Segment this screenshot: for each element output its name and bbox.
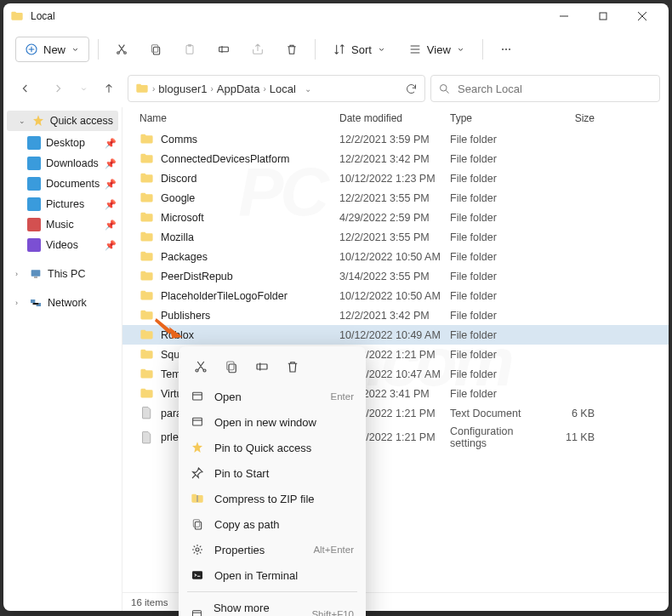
file-type: File folder bbox=[450, 329, 544, 341]
file-row[interactable]: Microsoft4/29/2022 2:59 PMFile folder bbox=[122, 208, 669, 227]
paste-button[interactable] bbox=[175, 35, 204, 64]
forward-button[interactable] bbox=[44, 75, 71, 102]
file-row[interactable]: ConnectedDevicesPlatform12/2/2021 3:42 P… bbox=[122, 149, 669, 168]
star-icon bbox=[31, 114, 45, 128]
file-name: Google bbox=[161, 192, 195, 204]
col-type[interactable]: Type bbox=[450, 112, 544, 124]
ctx-properties[interactable]: PropertiesAlt+Enter bbox=[182, 537, 362, 562]
refresh-button[interactable] bbox=[405, 83, 418, 95]
folder-icon bbox=[140, 269, 154, 283]
sidebar-item-pictures[interactable]: Pictures📌 bbox=[3, 194, 122, 214]
file-name: Microsoft bbox=[161, 212, 204, 224]
plus-icon bbox=[25, 43, 38, 56]
chevron-down-icon[interactable]: ⌄ bbox=[305, 84, 311, 94]
minimize-button[interactable] bbox=[544, 3, 584, 29]
file-row[interactable]: Comms12/2/2021 3:59 PMFile folder bbox=[122, 129, 669, 149]
file-row[interactable]: Mozilla12/2/2021 3:55 PMFile folder bbox=[122, 227, 669, 247]
file-type: File folder bbox=[450, 231, 544, 243]
recent-button[interactable] bbox=[77, 75, 90, 102]
address-bar[interactable]: › bloguser1› AppData› Local ⌄ bbox=[128, 75, 425, 102]
file-type: File folder bbox=[450, 290, 544, 302]
svg-rect-22 bbox=[600, 13, 607, 20]
file-row[interactable]: PlaceholderTileLogoFolder10/12/2022 10:5… bbox=[122, 286, 669, 305]
file-icon bbox=[140, 431, 154, 445]
up-button[interactable] bbox=[95, 75, 122, 102]
sidebar-item-downloads[interactable]: Downloads📌 bbox=[3, 153, 122, 174]
col-size[interactable]: Size bbox=[544, 112, 595, 124]
file-type: File folder bbox=[450, 134, 544, 145]
file-name: PeerDistRepub bbox=[161, 271, 233, 282]
file-row[interactable]: PeerDistRepub3/14/2022 3:55 PMFile folde… bbox=[122, 266, 669, 286]
rename-button[interactable] bbox=[209, 35, 238, 64]
delete-button[interactable] bbox=[277, 35, 306, 64]
sidebar-item-music[interactable]: Music📌 bbox=[3, 214, 122, 235]
pin-icon: 📌 bbox=[105, 199, 117, 210]
col-name[interactable]: Name bbox=[140, 112, 339, 124]
rename-icon bbox=[254, 359, 270, 374]
column-headers[interactable]: Name Date modified Type Size bbox=[122, 107, 669, 129]
ctx-copy-button[interactable] bbox=[218, 353, 245, 380]
folder-icon bbox=[140, 249, 154, 264]
sidebar-this-pc[interactable]: ›This PC bbox=[3, 264, 122, 284]
documents-icon bbox=[27, 177, 41, 191]
chevron-down-icon bbox=[456, 43, 465, 56]
address-bar-row: › bloguser1› AppData› Local ⌄ Search Loc… bbox=[3, 70, 669, 107]
share-icon bbox=[251, 43, 265, 56]
cut-button[interactable] bbox=[107, 35, 136, 64]
folder-icon bbox=[140, 191, 154, 205]
back-button[interactable] bbox=[12, 75, 39, 102]
file-type: File folder bbox=[450, 368, 544, 380]
ctx-pin-quick[interactable]: Pin to Quick access bbox=[182, 435, 362, 460]
ctx-more-options[interactable]: Show more optionsShift+F10 bbox=[182, 596, 362, 616]
file-type: Configuration settings bbox=[450, 425, 544, 449]
sidebar-item-desktop[interactable]: Desktop📌 bbox=[3, 133, 122, 153]
ctx-rename-button[interactable] bbox=[248, 353, 276, 380]
breadcrumb[interactable]: AppData bbox=[217, 83, 260, 95]
ctx-delete-button[interactable] bbox=[279, 353, 306, 380]
ctx-cut-button[interactable] bbox=[187, 353, 214, 380]
sidebar-quick-access[interactable]: ⌄Quick access bbox=[7, 111, 118, 131]
breadcrumb[interactable]: Local bbox=[270, 83, 296, 95]
ctx-pin-start[interactable]: Pin to Start bbox=[182, 460, 362, 486]
ctx-copy-path[interactable]: Copy as path bbox=[182, 511, 362, 537]
search-input[interactable]: Search Local bbox=[430, 75, 660, 102]
folder-icon bbox=[140, 347, 154, 362]
maximize-button[interactable] bbox=[584, 3, 623, 29]
folder-icon bbox=[140, 367, 154, 381]
view-button[interactable]: View bbox=[400, 37, 474, 61]
copy-icon bbox=[224, 359, 239, 374]
ctx-open-new-window[interactable]: Open in new window bbox=[182, 409, 362, 435]
share-button[interactable] bbox=[243, 35, 272, 64]
more-button[interactable] bbox=[492, 35, 521, 64]
folder-icon bbox=[140, 308, 154, 322]
sidebar-item-videos[interactable]: Videos📌 bbox=[3, 235, 122, 255]
file-date: 10/12/2022 1:23 PM bbox=[339, 173, 450, 185]
file-row[interactable]: Google12/2/2021 3:55 PMFile folder bbox=[122, 188, 669, 208]
file-type: File folder bbox=[450, 192, 544, 204]
paste-icon bbox=[183, 43, 196, 56]
cut-icon bbox=[115, 43, 128, 56]
ctx-terminal[interactable]: Open in Terminal bbox=[182, 562, 362, 588]
close-button[interactable] bbox=[623, 3, 662, 29]
search-icon bbox=[438, 83, 451, 95]
new-button[interactable]: New bbox=[15, 37, 89, 62]
dots-icon bbox=[499, 43, 513, 56]
sidebar-network[interactable]: ›Network bbox=[3, 293, 122, 313]
delete-icon bbox=[285, 43, 299, 56]
svg-rect-25 bbox=[27, 136, 41, 150]
ctx-open[interactable]: OpenEnter bbox=[182, 384, 362, 409]
sort-button[interactable]: Sort bbox=[324, 37, 395, 61]
titlebar[interactable]: Local bbox=[3, 3, 669, 29]
svg-rect-29 bbox=[27, 218, 41, 231]
copy-button[interactable] bbox=[141, 35, 170, 64]
file-row[interactable]: Packages10/12/2022 10:50 AMFile folder bbox=[122, 247, 669, 266]
col-date[interactable]: Date modified bbox=[339, 112, 450, 124]
folder-icon bbox=[140, 288, 154, 303]
sidebar-item-documents[interactable]: Documents📌 bbox=[3, 174, 122, 194]
file-row[interactable]: Discord10/12/2022 1:23 PMFile folder bbox=[122, 168, 669, 188]
ctx-zip[interactable]: Compress to ZIP file bbox=[182, 486, 362, 511]
file-date: 12/2/2021 3:55 PM bbox=[339, 231, 450, 243]
breadcrumb[interactable]: bloguser1 bbox=[158, 83, 207, 95]
file-row[interactable]: Roblox10/12/2022 10:49 AMFile folder bbox=[122, 325, 669, 345]
file-row[interactable]: Publishers12/2/2021 3:42 PMFile folder bbox=[122, 305, 669, 325]
